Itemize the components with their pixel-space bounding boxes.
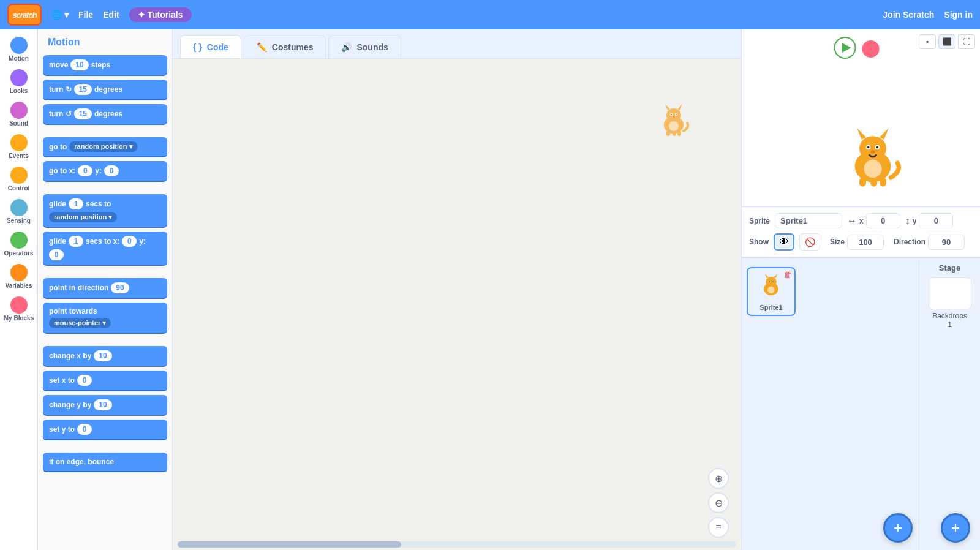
blocks-scroll: move 10 steps turn ↻ 15 degrees turn ↺ 1…: [38, 53, 172, 550]
y-input[interactable]: [919, 213, 953, 228]
block-point-dir[interactable]: point in direction 90: [43, 278, 167, 299]
tabs-bar: { } Code ✏️ Costumes 🔊 Sounds: [173, 29, 741, 59]
tutorials-button[interactable]: ✦ Tutorials: [129, 7, 192, 22]
block-set-y[interactable]: set y to 0: [43, 420, 167, 440]
zoom-out-icon: ⊖: [715, 497, 723, 509]
category-control[interactable]: Control: [2, 164, 36, 194]
stage-cat: [839, 124, 907, 194]
file-menu[interactable]: File: [78, 10, 93, 20]
svg-point-8: [673, 116, 675, 118]
tab-code[interactable]: { } Code: [180, 35, 241, 58]
block-point-towards[interactable]: point towards mouse-pointer ▾: [43, 303, 167, 334]
play-controls: [834, 37, 879, 61]
svg-point-29: [766, 277, 777, 287]
tab-costumes[interactable]: ✏️ Costumes: [244, 35, 326, 58]
block-move[interactable]: move 10 steps: [43, 55, 167, 76]
sign-in-link[interactable]: Sign in: [944, 10, 973, 20]
sprite-thumb-sprite1[interactable]: 🗑: [747, 267, 796, 316]
split-stage-button[interactable]: ⬛: [938, 34, 956, 49]
cat-sprite-svg: [655, 102, 692, 138]
block-change-x[interactable]: change x by 10: [43, 346, 167, 367]
logo-text: scratch: [12, 10, 36, 20]
block-goto[interactable]: go to random position ▾: [43, 137, 167, 157]
scratch-logo[interactable]: scratch: [7, 4, 42, 26]
category-sensing[interactable]: Sensing: [2, 197, 36, 227]
control-label: Control: [8, 185, 30, 192]
full-stage-button[interactable]: ⛶: [958, 34, 975, 49]
size-input[interactable]: [847, 235, 884, 250]
stage-label: Stage: [939, 263, 960, 273]
show-row: Show 👁 🚫 Size Direction: [749, 233, 973, 251]
edit-menu[interactable]: Edit: [103, 10, 119, 20]
spacer5: [43, 444, 167, 449]
svg-point-23: [870, 150, 875, 154]
svg-marker-14: [842, 43, 851, 53]
stop-button[interactable]: [862, 40, 879, 58]
top-navigation: scratch 🌐 ▾ File Edit ✦ Tutorials Join S…: [0, 0, 980, 29]
category-operators[interactable]: Operators: [2, 229, 36, 259]
block-glide-random[interactable]: glide 1 secs to random position ▾: [43, 194, 167, 228]
blocks-panel: Motion move 10 steps turn ↻ 15 degrees t…: [38, 29, 173, 550]
svg-point-24: [864, 160, 881, 178]
looks-dot: [10, 69, 28, 86]
svg-marker-17: [857, 128, 866, 139]
motion-label: Motion: [9, 55, 29, 62]
category-looks[interactable]: Looks: [2, 67, 36, 97]
sound-dot: [10, 102, 28, 119]
y-coord: ↕ y: [905, 213, 954, 228]
category-myblocks[interactable]: My Blocks: [2, 294, 36, 324]
add-stage-button[interactable]: [941, 513, 970, 543]
block-set-x[interactable]: set x to 0: [43, 371, 167, 391]
block-edge-bounce[interactable]: if on edge, bounce: [43, 453, 167, 472]
hide-eye-button[interactable]: 🚫: [799, 233, 820, 251]
direction-input[interactable]: [928, 235, 965, 250]
events-label: Events: [9, 153, 29, 159]
join-scratch-link[interactable]: Join Scratch: [883, 10, 934, 20]
sound-label: Sound: [9, 120, 28, 127]
fit-button[interactable]: ≡: [708, 517, 729, 538]
add-sprite-button[interactable]: [883, 513, 913, 543]
y-label: y: [913, 217, 917, 225]
category-variables[interactable]: Variables: [2, 262, 36, 292]
events-dot: [10, 134, 28, 151]
blocks-header: Motion: [38, 29, 172, 53]
svg-rect-42: [952, 527, 959, 529]
green-flag-button[interactable]: [834, 37, 856, 61]
variables-dot: [10, 264, 28, 281]
svg-rect-12: [677, 131, 681, 136]
block-turn-cw[interactable]: turn ↻ 15 degrees: [43, 80, 167, 100]
block-turn-ccw[interactable]: turn ↺ 15 degrees: [43, 104, 167, 125]
svg-rect-11: [673, 132, 676, 136]
svg-point-9: [669, 121, 679, 131]
zoom-out-button[interactable]: ⊖: [708, 492, 729, 513]
category-motion[interactable]: Motion: [2, 34, 36, 64]
block-glide-xy[interactable]: glide 1 secs to x: 0 y: 0: [43, 232, 167, 266]
zoom-in-button[interactable]: ⊕: [708, 468, 729, 489]
sprite-label: Sprite: [749, 217, 770, 225]
globe-icon: 🌐: [51, 10, 62, 20]
backdrops-count: 1: [948, 320, 952, 329]
x-input[interactable]: [866, 213, 900, 228]
sounds-tab-label: Sounds: [356, 42, 388, 52]
block-goto-xy[interactable]: go to x: 0 y: 0: [43, 161, 167, 182]
spacer3: [43, 269, 167, 274]
globe-menu[interactable]: 🌐 ▾: [51, 10, 69, 20]
canvas-area: ⊕ ⊖ ≡: [173, 59, 741, 550]
svg-point-7: [676, 114, 677, 115]
myblocks-dot: [10, 296, 28, 314]
block-change-y[interactable]: change y by 10: [43, 395, 167, 416]
tab-sounds[interactable]: 🔊 Sounds: [328, 35, 401, 58]
stage-thumbnail[interactable]: [929, 277, 971, 309]
svg-point-21: [867, 146, 870, 149]
right-panel: ▪ ⬛ ⛶: [741, 29, 980, 550]
sprites-list: 🗑: [747, 267, 914, 316]
show-eye-button[interactable]: 👁: [774, 233, 794, 251]
sprite-name-input[interactable]: [775, 213, 842, 228]
sprite-name-row: Sprite ↔ x ↕ y: [749, 213, 973, 228]
category-events[interactable]: Events: [2, 132, 36, 162]
small-stage-button[interactable]: ▪: [919, 34, 936, 49]
canvas-scrollbar[interactable]: [178, 541, 736, 548]
sprite-thumb-label: Sprite1: [760, 304, 782, 311]
sprite-delete-icon[interactable]: 🗑: [783, 269, 792, 279]
category-sound[interactable]: Sound: [2, 99, 36, 129]
